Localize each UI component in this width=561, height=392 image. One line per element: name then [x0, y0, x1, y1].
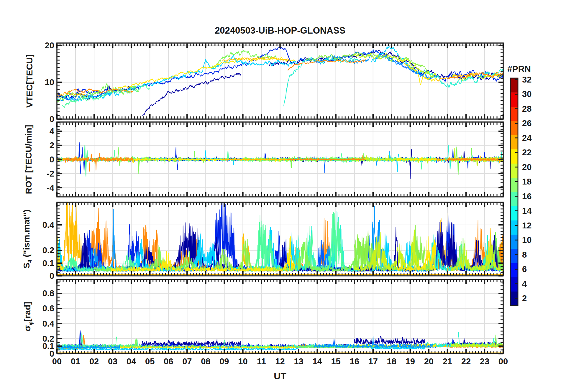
- x-tick-label: 09: [219, 357, 229, 366]
- x-tick-label: 22: [461, 357, 471, 366]
- x-tick-label: 19: [406, 357, 415, 366]
- colorbar-tick-label: 8: [522, 250, 527, 259]
- colorbar-tick-label: 18: [522, 177, 532, 187]
- x-tick-label: 01: [71, 357, 80, 366]
- y-tick-label: 0: [50, 271, 54, 281]
- y-tick-label: 0: [50, 114, 54, 124]
- colorbar-tick-label: 32: [522, 75, 532, 84]
- x-tick-label: 13: [294, 357, 303, 366]
- colorbar-tick-label: 12: [522, 220, 532, 230]
- y-axis-label: ROT [TECU/min]: [24, 125, 34, 194]
- x-tick-label: 08: [201, 357, 210, 366]
- y-axis-label: σφ[rad]: [22, 302, 34, 332]
- colorbar-tick-label: 4: [522, 279, 527, 289]
- y-tick-label: 0.1: [42, 258, 54, 268]
- colorbar-segment: [510, 277, 518, 292]
- colorbar-segment: [510, 249, 518, 263]
- x-tick-label: 11: [257, 357, 266, 366]
- x-axis-label: UT: [57, 371, 503, 382]
- colorbar-tick-label: 6: [522, 264, 527, 274]
- x-tick-label: 05: [145, 357, 155, 366]
- colorbar-tick-label: 14: [522, 206, 532, 216]
- y-tick-label: -2: [47, 169, 54, 178]
- colorbar-segment: [510, 149, 518, 164]
- x-tick-label: 20: [424, 357, 434, 366]
- figure: 20240503-UiB-HOP-GLONASS UT #PRN 01020VT…: [0, 0, 561, 392]
- y-tick-label: 0.4: [42, 220, 54, 230]
- colorbar-tick-label: 22: [522, 148, 532, 157]
- colorbar-tick-label: 16: [522, 191, 532, 201]
- x-tick-label: 00: [52, 357, 62, 366]
- y-tick-label: 10: [45, 78, 54, 87]
- x-tick-label: 00: [498, 357, 508, 366]
- x-tick-label: 18: [387, 357, 396, 366]
- x-tick-label: 06: [164, 357, 173, 366]
- y-tick-label: 2: [50, 141, 54, 150]
- y-tick-label: 0.2: [42, 334, 54, 343]
- x-tick-label: 21: [443, 357, 452, 366]
- x-tick-label: 02: [89, 357, 99, 366]
- x-tick-label: 15: [331, 357, 340, 366]
- colorbar-segment: [510, 135, 518, 149]
- y-tick-label: -4: [47, 183, 54, 192]
- x-tick-label: 07: [182, 357, 192, 366]
- colorbar-tick-label: 20: [522, 162, 532, 172]
- colorbar-segment: [510, 78, 518, 93]
- x-tick-label: 23: [480, 357, 489, 366]
- colorbar-tick-label: 10: [522, 235, 532, 245]
- y-tick-label: 4: [50, 126, 54, 136]
- x-tick-label: 12: [275, 357, 285, 366]
- x-tick-label: 04: [127, 357, 136, 366]
- colorbar-title: #PRN: [507, 64, 531, 74]
- colorbar-segment: [510, 206, 518, 220]
- y-tick-label: 0.2: [42, 246, 54, 255]
- colorbar-segment: [510, 220, 518, 235]
- colorbar-tick-label: 2: [522, 294, 527, 303]
- colorbar-segment: [510, 263, 518, 277]
- chart-title: 20240503-UiB-HOP-GLONASS: [57, 25, 503, 36]
- y-axis-label: VTEC[TECU]: [24, 54, 35, 108]
- colorbar-segment: [510, 178, 518, 192]
- y-axis-label: S4 ("ism.mat"): [22, 210, 33, 269]
- colorbar-tick-label: 28: [522, 104, 532, 113]
- x-tick-label: 03: [108, 357, 117, 366]
- y-tick-label: 20: [45, 41, 54, 50]
- y-tick-label: 0.6: [42, 304, 54, 313]
- colorbar-tick-label: 30: [522, 89, 532, 99]
- colorbar-segment: [510, 192, 518, 206]
- x-tick-label: 17: [368, 357, 378, 366]
- colorbar-tick-label: 26: [522, 118, 532, 128]
- y-tick-label: 0: [50, 155, 54, 164]
- colorbar-segment: [510, 235, 518, 249]
- colorbar-tick-label: 24: [522, 133, 532, 143]
- colorbar-segment: [510, 164, 518, 178]
- y-tick-label: 0.8: [42, 289, 54, 298]
- y-tick-label: 0.4: [42, 319, 54, 328]
- plot-area: [0, 0, 561, 392]
- x-tick-label: 14: [312, 357, 322, 366]
- x-tick-label: 10: [238, 357, 247, 366]
- x-tick-label: 16: [350, 357, 359, 366]
